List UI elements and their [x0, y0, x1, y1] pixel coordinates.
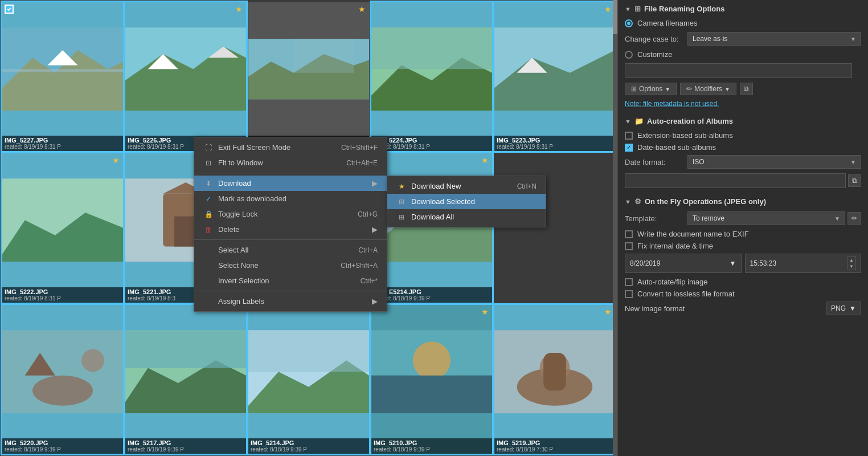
photo-cell[interactable]: IMG_5220.JPG reated: 8/18/19 9:39 P: [2, 305, 123, 454]
photo-thumbnail: [494, 2, 615, 136]
customize-input[interactable]: [625, 63, 852, 78]
on-the-fly-title: On the Fly Operations (JPEG only): [645, 197, 766, 206]
photo-cell[interactable]: ★ IMG_5226.JPG reated: 8/19/19 8:31 P: [125, 2, 246, 151]
fix-date-label: Fix internal date & time: [637, 242, 713, 250]
file-renaming-title: File Renaming Options: [644, 5, 725, 13]
menu-item-fit-window[interactable]: ⊡ Fit to Window Ctrl+Alt+E: [194, 155, 387, 170]
auto-rotate-checkbox-item[interactable]: Auto-rotate/flip image: [625, 278, 861, 286]
photo-cell[interactable]: ★ IMG_5225.JPG reated: 8/19/19 8:31 P: [248, 2, 369, 151]
collapse-icon[interactable]: ▼: [625, 6, 631, 13]
write-doc-label: Write the document name to EXIF: [637, 230, 749, 238]
photo-filename: IMG_5210.JPG: [374, 439, 490, 446]
select-none-label: Select None: [218, 261, 329, 270]
change-case-dropdown[interactable]: Leave as-is ▼: [687, 32, 861, 46]
submenu-item-download-selected[interactable]: ⊞ Download Selected: [387, 194, 546, 209]
date-format-dropdown[interactable]: ISO ▼: [687, 155, 861, 169]
camera-filenames-radio[interactable]: [625, 19, 633, 27]
date-format-copy-btn[interactable]: ⧉: [848, 174, 861, 187]
template-dropdown[interactable]: To remove ▼: [687, 211, 845, 225]
menu-item-invert-selection[interactable]: Invert Selection Ctrl+*: [194, 273, 387, 288]
photo-cell[interactable]: ★ IMG_5223.JPG reated: 8/19/19 8:31 P: [494, 2, 615, 151]
collapse-icon[interactable]: ▼: [625, 198, 631, 205]
photo-thumbnail: [125, 2, 246, 136]
selection-checkbox[interactable]: [5, 5, 14, 14]
photo-filename: IMG_5217.JPG: [128, 439, 244, 446]
radio-item-camera[interactable]: Camera filenames: [625, 19, 861, 27]
menu-item-select-none[interactable]: Select None Ctrl+Shift+A: [194, 258, 387, 273]
new-image-format-dropdown[interactable]: PNG ▼: [826, 302, 861, 315]
scrollbar-thumb[interactable]: [613, 0, 617, 34]
new-image-format-value: PNG: [831, 304, 846, 312]
assign-labels-label: Assign Labels: [218, 297, 367, 306]
date-based-checkbox-item[interactable]: Date-based sub-albums: [625, 143, 861, 152]
photo-cell[interactable]: IMG_5227.JPG reated: 8/19/19 8:31 P: [2, 2, 123, 151]
auto-rotate-label: Auto-rotate/flip image: [637, 278, 708, 286]
menu-item-toggle-lock[interactable]: 🔒 Toggle Lock Ctrl+G: [194, 206, 387, 222]
convert-lossless-label: Convert to lossless file format: [637, 290, 735, 298]
photo-cell[interactable]: IMG_5217.JPG reated: 8/18/19 9:39 P: [125, 305, 246, 454]
convert-lossless-checkbox-item[interactable]: Convert to lossless file format: [625, 290, 861, 298]
menu-item-select-all[interactable]: Select All Ctrl+A: [194, 242, 387, 258]
fit-window-icon: ⊡: [203, 159, 214, 167]
fix-date-checkbox[interactable]: [625, 242, 633, 250]
photo-cell[interactable]: IMG_5224.JPG reated: 8/19/19 8:31 P: [371, 2, 492, 151]
customize-radio[interactable]: [625, 51, 633, 59]
auto-creation-section: ▼ 📁 Auto-creation of Albums Extension-ba…: [625, 117, 861, 188]
auto-creation-icon: 📁: [634, 117, 644, 125]
extension-based-label: Extension-based sub-albums: [637, 131, 733, 140]
template-edit-btn[interactable]: ✏: [847, 212, 861, 225]
right-panel: ▼ ⊞ File Renaming Options Camera filenam…: [617, 0, 868, 456]
template-row: Template: To remove ▼ ✏: [625, 211, 861, 225]
auto-creation-header: ▼ 📁 Auto-creation of Albums: [625, 117, 861, 125]
photo-thumbnail: [248, 305, 369, 438]
copy-button[interactable]: ⧉: [740, 83, 753, 95]
date-format-input[interactable]: [625, 173, 846, 188]
download-label: Download: [218, 179, 367, 188]
menu-item-delete[interactable]: 🗑 Delete ▶: [194, 222, 387, 237]
photo-cell[interactable]: ★ IMG_5210.JPG reated: 8/18/19 9:39 P: [371, 305, 492, 454]
photo-thumbnail: [494, 305, 615, 438]
photo-date: reated: 8/18/19 7:30 P: [497, 446, 613, 453]
photo-date: reated: 8/18/19 9:39 P: [5, 446, 121, 453]
spin-down[interactable]: ▼: [847, 263, 855, 270]
mark-downloaded-icon: ✓: [203, 195, 214, 203]
photo-info: IMG_5220.JPG reated: 8/18/19 9:39 P: [2, 438, 123, 454]
time-spinner[interactable]: ▲ ▼: [847, 256, 856, 270]
submenu-item-download-new[interactable]: ★ Download New Ctrl+N: [387, 178, 546, 194]
options-button[interactable]: ⊞ Options ▼: [625, 83, 677, 95]
photo-cell[interactable]: IMG_5214.JPG reated: 8/18/19 9:39 P: [248, 305, 369, 454]
menu-item-assign-labels[interactable]: Assign Labels ▶: [194, 294, 387, 309]
menu-item-exit-fullscreen[interactable]: ⛶ Exit Full Screen Mode Ctrl+Shift+F: [194, 140, 387, 155]
photo-filename: IMG_5223.JPG: [497, 137, 613, 144]
star-icon: ★: [604, 5, 612, 14]
menu-item-mark-downloaded[interactable]: ✓ Mark as downloaded: [194, 191, 387, 206]
date-picker[interactable]: 8/20/2019 ▼: [625, 254, 742, 273]
submenu-item-download-all[interactable]: ⊞ Download All: [387, 209, 546, 225]
gallery-scrollbar[interactable]: [613, 0, 617, 456]
photo-info: IMG_5219.JPG reated: 8/18/19 7:30 P: [494, 438, 615, 454]
photo-cell[interactable]: ★ IMG_5222.JPG reated: 8/19/19 8:31 P: [2, 153, 123, 302]
time-picker[interactable]: 15:53:23 ▲ ▼: [745, 254, 862, 273]
star-icon: ★: [481, 156, 489, 165]
extension-based-checkbox[interactable]: [625, 132, 633, 140]
photo-filename: IMG_5222.JPG: [5, 288, 121, 295]
extension-based-checkbox-item[interactable]: Extension-based sub-albums: [625, 131, 861, 140]
radio-item-customize[interactable]: Customize: [625, 50, 861, 59]
exit-fullscreen-icon: ⛶: [203, 144, 214, 152]
auto-rotate-checkbox[interactable]: [625, 278, 633, 286]
spin-up[interactable]: ▲: [847, 257, 855, 263]
photo-cell[interactable]: ★ IMG_5219.JPG reated: 8/18/19 7:30 P: [494, 305, 615, 454]
fix-date-checkbox-item[interactable]: Fix internal date & time: [625, 242, 861, 250]
file-renaming-section: ▼ ⊞ File Renaming Options Camera filenam…: [625, 5, 861, 108]
delete-submenu-arrow: ▶: [372, 225, 378, 234]
context-menu: ⛶ Exit Full Screen Mode Ctrl+Shift+F ⊡ F…: [194, 137, 387, 312]
convert-lossless-checkbox[interactable]: [625, 290, 633, 298]
modifiers-button[interactable]: ✏ Modifiers ▼: [680, 83, 736, 95]
write-doc-checkbox-item[interactable]: Write the document name to EXIF: [625, 230, 861, 238]
menu-item-download[interactable]: ⬇ Download ▶ ★ Download New Ctrl+N ⊞ Dow…: [194, 176, 387, 191]
date-based-checkbox[interactable]: [625, 144, 633, 152]
modifiers-arrow: ▼: [724, 86, 730, 92]
metadata-note-link[interactable]: Note: file metadata is not used.: [625, 100, 861, 108]
write-doc-checkbox[interactable]: [625, 230, 633, 238]
collapse-icon[interactable]: ▼: [625, 118, 631, 125]
